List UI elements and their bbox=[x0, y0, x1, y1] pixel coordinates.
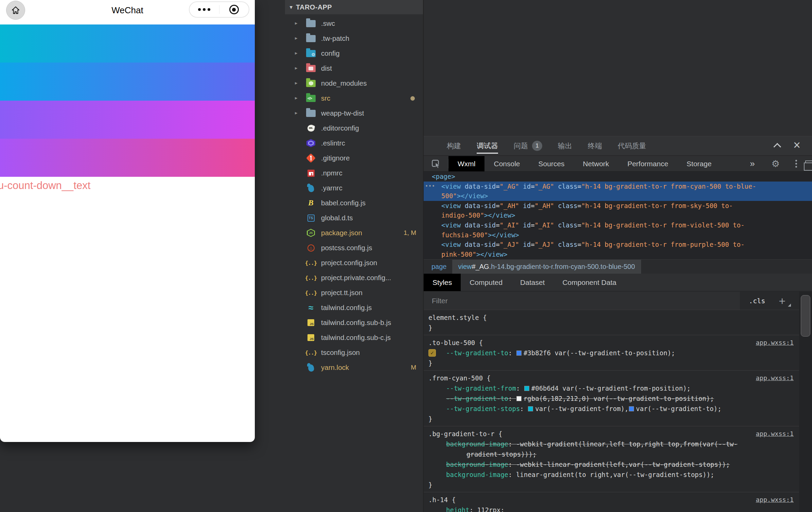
nodejs-icon: JS bbox=[305, 228, 316, 238]
folder-config-icon: ⚙ bbox=[305, 48, 316, 58]
wechat-simulator: WeChat u-count-down__text bbox=[0, 0, 255, 442]
css-selector: .to-blue-500 { bbox=[428, 338, 796, 348]
css-property[interactable]: background-image: -webkit-linear-gradien… bbox=[428, 459, 796, 470]
tree-item-weapp-tw-dist[interactable]: ▸weapp-tw-dist bbox=[285, 106, 423, 121]
tab-performance[interactable]: Performance bbox=[618, 156, 677, 171]
css-property[interactable]: background-image: -webkit-gradient(linea… bbox=[428, 439, 796, 459]
wxml-code-line[interactable]: indigo-500"></view> bbox=[424, 210, 812, 220]
chevron-right-icon: ▸ bbox=[295, 50, 298, 56]
stylesheet-link[interactable]: app.wxss:1 bbox=[756, 429, 794, 439]
css-property[interactable]: --tw-gradient-stops: var(--tw-gradient-f… bbox=[428, 404, 796, 414]
breadcrumb-selected-element[interactable]: view#_AG.h-14.bg-gradient-to-r.from-cyan… bbox=[452, 260, 641, 274]
css-property[interactable]: background-image: linear-gradient(to rig… bbox=[428, 470, 796, 480]
panel-tab-label: 问题 bbox=[514, 141, 528, 151]
wxml-code-line[interactable]: fuchsia-500"></view> bbox=[424, 230, 812, 240]
panel-tab-代码质量[interactable]: 代码质量 bbox=[618, 136, 646, 155]
stylesheet-link[interactable]: app.wxss:1 bbox=[756, 373, 794, 383]
color-swatch[interactable] bbox=[516, 396, 522, 401]
file-name: tailwind.config.js bbox=[321, 304, 372, 312]
tree-item-yarn-lock[interactable]: yarn.lockM bbox=[285, 360, 423, 375]
toolbar-right-icons: » ⚙ bbox=[741, 156, 812, 171]
wxml-code-line[interactable]: <view data-sid="_AJ" id="_AJ" class="h-1… bbox=[424, 240, 812, 250]
tree-item-node-modules[interactable]: ▸node_modules bbox=[285, 76, 423, 91]
tree-item-package-json[interactable]: JSpackage.json1, M bbox=[285, 225, 423, 240]
close-icon[interactable]: × bbox=[793, 139, 800, 151]
file-name: tsconfig.json bbox=[321, 348, 360, 357]
tree-item-dist[interactable]: ▸dist bbox=[285, 61, 423, 76]
tree-item--tw-patch[interactable]: ▸.tw-patch bbox=[285, 31, 423, 46]
styles-sidebar-tabs: StylesComputedDatasetComponent Data bbox=[424, 274, 812, 291]
tree-item-tsconfig-json[interactable]: {..}tsconfig.json bbox=[285, 345, 423, 360]
tree-item--gitignore[interactable]: .gitignore bbox=[285, 151, 423, 166]
tab-dataset[interactable]: Dataset bbox=[511, 274, 553, 291]
tree-item--swc[interactable]: ▸.swc bbox=[285, 16, 423, 31]
collapse-panel-icon[interactable] bbox=[773, 143, 781, 151]
color-swatch[interactable] bbox=[629, 406, 634, 411]
project-root-row[interactable]: ▾ TARO-APP bbox=[285, 0, 423, 14]
color-swatch[interactable] bbox=[528, 406, 533, 411]
tab-styles[interactable]: Styles bbox=[424, 274, 461, 291]
tab-console[interactable]: Console bbox=[484, 156, 529, 171]
panel-tab-问题[interactable]: 问题1 bbox=[514, 136, 542, 155]
gear-icon[interactable]: ⚙ bbox=[764, 158, 787, 169]
tab-storage[interactable]: Storage bbox=[677, 156, 721, 171]
css-property[interactable]: --tw-gradient-to: rgba(6,182,212,0) var(… bbox=[428, 393, 796, 404]
stylesheet-link[interactable]: app.wxss:1 bbox=[756, 338, 794, 348]
tree-item--yarnrc[interactable]: .yarnrc bbox=[285, 181, 423, 195]
tree-item-config[interactable]: ▸⚙config bbox=[285, 46, 423, 61]
chevron-right-icon: ▸ bbox=[295, 95, 298, 101]
panel-tab-调试器[interactable]: 调试器 bbox=[477, 136, 498, 155]
wxml-tree-view: <page>•••<view data-sid="_AG" id="_AG" c… bbox=[424, 172, 812, 259]
property-checkbox[interactable]: ✓ bbox=[428, 349, 436, 357]
tab-computed[interactable]: Computed bbox=[461, 274, 511, 291]
inspect-element-button[interactable] bbox=[424, 156, 448, 171]
css-rule-section: app.wxss:1.bg-gradient-to-r {background-… bbox=[424, 426, 799, 492]
more-tabs-icon[interactable]: » bbox=[741, 158, 763, 169]
exit-record-button[interactable] bbox=[219, 2, 249, 17]
tab-network[interactable]: Network bbox=[574, 156, 618, 171]
tree-item--eslintrc[interactable]: .eslintrc bbox=[285, 136, 423, 151]
tree-item--npmrc[interactable]: .npmrc bbox=[285, 166, 423, 181]
tab-sources[interactable]: Sources bbox=[529, 156, 574, 171]
panel-tab-终端[interactable]: 终端 bbox=[588, 136, 602, 155]
node-menu-dots-icon[interactable]: ••• bbox=[425, 182, 435, 191]
color-swatch[interactable] bbox=[524, 386, 529, 391]
tree-item-project-config-json[interactable]: {..}project.config.json bbox=[285, 255, 423, 270]
css-property[interactable]: height: 112rpx; bbox=[428, 505, 796, 512]
tree-item-src[interactable]: ▸</>src bbox=[285, 91, 423, 106]
stylesheet-link[interactable]: app.wxss:1 bbox=[756, 495, 794, 505]
more-menu-button[interactable] bbox=[190, 2, 219, 17]
wxml-code-line[interactable]: <page> bbox=[424, 172, 812, 182]
css-property[interactable]: ✓--tw-gradient-to: #3b82f6 var(--tw-grad… bbox=[428, 348, 796, 358]
wxml-code-line[interactable]: pink-500"></view> bbox=[424, 250, 812, 259]
kebab-menu-icon[interactable] bbox=[787, 160, 805, 168]
tree-item-global-d-ts[interactable]: TSglobal.d.ts bbox=[285, 210, 423, 225]
tree-item-project-tt-json[interactable]: {..}project.tt.json bbox=[285, 285, 423, 300]
css-property[interactable]: --tw-gradient-from: #06b6d4 var(--tw-gra… bbox=[428, 383, 796, 393]
property-name: --tw-gradient-stops bbox=[446, 405, 520, 412]
wxml-code-line[interactable]: 500"></view> bbox=[424, 191, 812, 201]
tree-item-babel-config-js[interactable]: Bbabel.config.js bbox=[285, 195, 423, 210]
tab-component-data[interactable]: Component Data bbox=[553, 274, 625, 291]
tree-item-project-private-config-[interactable]: {..}project.private.config... bbox=[285, 270, 423, 285]
tree-item-tailwind-config-sub-c-js[interactable]: tailwind.config.sub-c.js bbox=[285, 330, 423, 345]
tree-item-postcss-config-js[interactable]: △postcss.config.js bbox=[285, 240, 423, 255]
panel-tab-构建[interactable]: 构建 bbox=[447, 136, 461, 155]
wxml-code-line[interactable]: •••<view data-sid="_AG" id="_AG" class="… bbox=[424, 182, 812, 191]
wxml-code-line[interactable]: <view data-sid="_AH" id="_AH" class="h-1… bbox=[424, 201, 812, 211]
toggle-element-classes-button[interactable]: .cls bbox=[749, 297, 765, 305]
dock-side-icon[interactable] bbox=[805, 160, 812, 167]
tree-item-tailwind-config-sub-b-js[interactable]: tailwind.config.sub-b.js bbox=[285, 315, 423, 330]
wxml-code-line[interactable]: <view data-sid="_AI" id="_AI" class="h-1… bbox=[424, 220, 812, 230]
tab-wxml[interactable]: Wxml bbox=[448, 156, 484, 171]
scrollbar-thumb[interactable] bbox=[801, 295, 810, 337]
color-swatch[interactable] bbox=[516, 351, 522, 356]
panel-tab-输出[interactable]: 输出 bbox=[558, 136, 572, 155]
panel-window-controls: × bbox=[774, 136, 812, 156]
new-style-rule-button[interactable]: + bbox=[779, 295, 785, 307]
tree-item--editorconfig[interactable]: .editorconfig bbox=[285, 121, 423, 136]
styles-filter-input[interactable]: Filter bbox=[424, 292, 740, 310]
breadcrumb-page[interactable]: page bbox=[424, 260, 452, 274]
tree-item-tailwind-config-js[interactable]: ≈tailwind.config.js bbox=[285, 300, 423, 315]
jsfile-icon bbox=[305, 332, 316, 343]
